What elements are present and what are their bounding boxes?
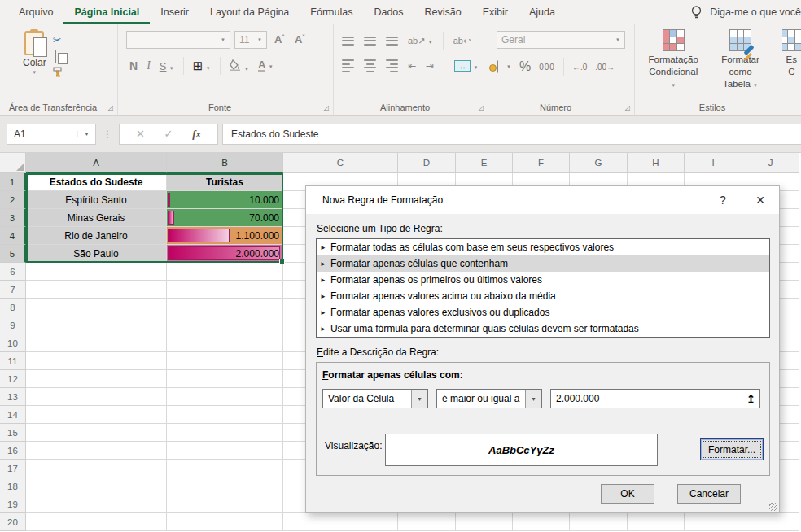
row-header[interactable]: 10 bbox=[0, 334, 26, 352]
decrease-indent-button[interactable]: ⇤ bbox=[408, 60, 416, 72]
font-dialog-launcher[interactable]: ◿ bbox=[324, 105, 329, 111]
cell-b2[interactable]: 10.000 bbox=[167, 191, 283, 209]
number-dialog-launcher[interactable]: ◿ bbox=[625, 105, 630, 111]
grow-font-button[interactable]: Aˆ bbox=[271, 33, 287, 46]
cell[interactable] bbox=[26, 442, 167, 460]
cell-b4[interactable]: 1.100.000 bbox=[167, 227, 283, 245]
number-format-dropdown[interactable]: Geral▼ bbox=[497, 31, 625, 49]
align-left-button[interactable] bbox=[342, 59, 354, 72]
wrap-text-button[interactable]: ab↩ bbox=[453, 36, 471, 46]
cell[interactable] bbox=[167, 334, 283, 352]
cell-styles-button-truncated[interactable]: Es C bbox=[782, 29, 801, 92]
paste-button[interactable]: Colar ▼ bbox=[23, 31, 46, 80]
name-box-dropdown-icon[interactable]: ▼ bbox=[77, 131, 95, 137]
column-header-h[interactable]: H bbox=[628, 153, 685, 173]
cell[interactable] bbox=[26, 495, 167, 513]
cell[interactable] bbox=[167, 495, 283, 513]
tab-dados[interactable]: Dados bbox=[363, 0, 414, 24]
cell-a3[interactable]: Minas Gerais bbox=[26, 209, 167, 227]
tab-revisao[interactable]: Revisão bbox=[414, 0, 472, 24]
font-size-dropdown[interactable]: 11▼ bbox=[234, 31, 267, 49]
tab-ajuda[interactable]: Ajuda bbox=[519, 0, 566, 24]
cell[interactable] bbox=[167, 513, 283, 531]
cell[interactable] bbox=[398, 513, 456, 531]
cell[interactable] bbox=[167, 460, 283, 477]
percent-style-button[interactable]: % bbox=[519, 59, 531, 74]
row-header[interactable]: 18 bbox=[0, 477, 26, 495]
column-header-a[interactable]: A bbox=[26, 153, 167, 173]
dialog-title-bar[interactable]: Nova Regra de Formatação ? ✕ bbox=[306, 186, 779, 214]
row-header[interactable]: 9 bbox=[0, 316, 26, 334]
align-bottom-button[interactable] bbox=[386, 37, 398, 46]
row-header[interactable]: 17 bbox=[0, 460, 26, 477]
tab-arquivo[interactable]: Arquivo bbox=[8, 0, 63, 24]
column-header-f[interactable]: F bbox=[513, 153, 570, 173]
cell-b1[interactable]: Turistas bbox=[167, 173, 283, 191]
row-header[interactable]: 15 bbox=[0, 424, 26, 442]
orientation-button[interactable]: ab↗ ▼ bbox=[408, 35, 433, 46]
cell-b3[interactable]: 70.000 bbox=[167, 209, 283, 227]
merge-center-button[interactable]: ↔ ▼ bbox=[454, 60, 478, 72]
bold-button[interactable]: N bbox=[129, 59, 138, 72]
cell[interactable] bbox=[26, 281, 167, 299]
row-header[interactable]: 13 bbox=[0, 388, 26, 406]
tab-formulas[interactable]: Fórmulas bbox=[300, 0, 363, 24]
cell-a4[interactable]: Rio de Janeiro bbox=[26, 227, 167, 245]
rule-type-option[interactable]: ►Usar uma fórmula para determinar quais … bbox=[317, 321, 769, 337]
row-header-1[interactable]: 1 bbox=[0, 173, 26, 191]
align-center-button[interactable] bbox=[364, 59, 376, 72]
shrink-font-button[interactable]: Aˇ bbox=[291, 33, 308, 46]
decrease-decimal-button[interactable]: .00→ bbox=[595, 63, 615, 72]
row-header[interactable]: 14 bbox=[0, 406, 26, 424]
comma-style-button[interactable]: 000 bbox=[539, 63, 555, 72]
cell[interactable] bbox=[167, 388, 283, 406]
cell[interactable] bbox=[167, 316, 283, 334]
italic-button[interactable]: I bbox=[147, 59, 151, 72]
select-all-corner[interactable] bbox=[0, 153, 26, 173]
column-header-e[interactable]: E bbox=[456, 153, 513, 173]
tab-pagina-inicial[interactable]: Página Inicial bbox=[63, 0, 150, 24]
ok-button[interactable]: OK bbox=[601, 484, 654, 504]
cell[interactable] bbox=[26, 370, 167, 388]
cell[interactable] bbox=[167, 370, 283, 388]
cell[interactable] bbox=[26, 477, 167, 495]
font-color-button[interactable]: A ▼ bbox=[258, 59, 274, 72]
cell[interactable] bbox=[456, 513, 513, 531]
cell[interactable] bbox=[167, 263, 283, 281]
cell[interactable] bbox=[742, 513, 799, 531]
column-header-d[interactable]: D bbox=[398, 153, 456, 173]
fill-color-button[interactable]: ▼ bbox=[230, 59, 249, 73]
cell[interactable] bbox=[26, 316, 167, 334]
collapse-dialog-button[interactable]: ↥ bbox=[742, 389, 760, 408]
row-header[interactable]: 16 bbox=[0, 442, 26, 460]
tab-inserir[interactable]: Inserir bbox=[150, 0, 199, 24]
cell[interactable] bbox=[26, 263, 167, 281]
align-middle-button[interactable] bbox=[364, 37, 376, 46]
column-header-c[interactable]: C bbox=[283, 153, 398, 173]
conditional-formatting-button[interactable]: Formatação Condicional ▼ bbox=[648, 29, 698, 92]
cell[interactable] bbox=[167, 406, 283, 424]
cell[interactable] bbox=[167, 477, 283, 495]
font-name-dropdown[interactable]: ▼ bbox=[126, 31, 230, 49]
confirm-entry-icon[interactable]: ✓ bbox=[164, 128, 173, 140]
underline-button[interactable]: S ▼ bbox=[160, 60, 174, 72]
row-header[interactable]: 12 bbox=[0, 370, 26, 388]
cell[interactable] bbox=[685, 513, 742, 531]
cell[interactable] bbox=[26, 299, 167, 316]
format-as-table-button[interactable]: Formatar como Tabela ▼ bbox=[711, 29, 768, 92]
cell[interactable] bbox=[570, 513, 628, 531]
cell-a2[interactable]: Espírito Santo bbox=[26, 191, 167, 209]
align-right-button[interactable] bbox=[386, 59, 398, 72]
increase-decimal-button[interactable]: ←.0 bbox=[572, 63, 587, 72]
row-header[interactable]: 7 bbox=[0, 281, 26, 299]
rule-type-option[interactable]: ►Formatar apenas valores acima ou abaixo… bbox=[317, 288, 769, 304]
row-header-4[interactable]: 4 bbox=[0, 227, 26, 245]
row-header[interactable]: 11 bbox=[0, 352, 26, 370]
cancel-button[interactable]: Cancelar bbox=[677, 484, 741, 504]
fill-handle[interactable] bbox=[279, 259, 285, 264]
tab-layout-da-pagina[interactable]: Layout da Página bbox=[199, 0, 300, 24]
align-top-button[interactable] bbox=[342, 37, 354, 46]
rule-type-option[interactable]: ►Formatar todas as células com base em s… bbox=[317, 239, 769, 255]
cell[interactable] bbox=[26, 406, 167, 424]
accounting-format-button[interactable] bbox=[497, 61, 498, 72]
